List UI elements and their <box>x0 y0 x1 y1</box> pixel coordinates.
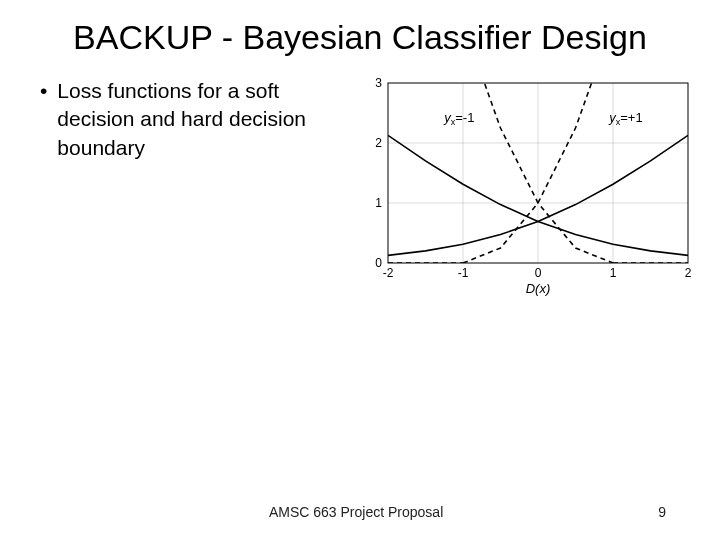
svg-text:D(x): D(x) <box>526 281 551 296</box>
svg-text:-1: -1 <box>458 266 469 280</box>
bullet-text: Loss functions for a soft decision and h… <box>57 77 340 162</box>
svg-text:yx=+1: yx=+1 <box>608 110 642 127</box>
slide-title: BACKUP - Bayesian Classifier Design <box>40 18 680 57</box>
loss-chart: -2-10120123D(x)yx=-1yx=+1 <box>358 77 698 297</box>
svg-text:1: 1 <box>610 266 617 280</box>
svg-text:2: 2 <box>685 266 692 280</box>
svg-text:0: 0 <box>535 266 542 280</box>
bullet-marker: • <box>40 77 47 162</box>
bullet-block: • Loss functions for a soft decision and… <box>40 77 340 162</box>
svg-text:3: 3 <box>375 77 382 90</box>
svg-text:-2: -2 <box>383 266 394 280</box>
svg-text:0: 0 <box>375 256 382 270</box>
footer-text: AMSC 663 Project Proposal <box>269 504 443 520</box>
page-number: 9 <box>658 504 666 520</box>
svg-text:yx=-1: yx=-1 <box>443 110 474 127</box>
svg-text:1: 1 <box>375 196 382 210</box>
svg-text:2: 2 <box>375 136 382 150</box>
